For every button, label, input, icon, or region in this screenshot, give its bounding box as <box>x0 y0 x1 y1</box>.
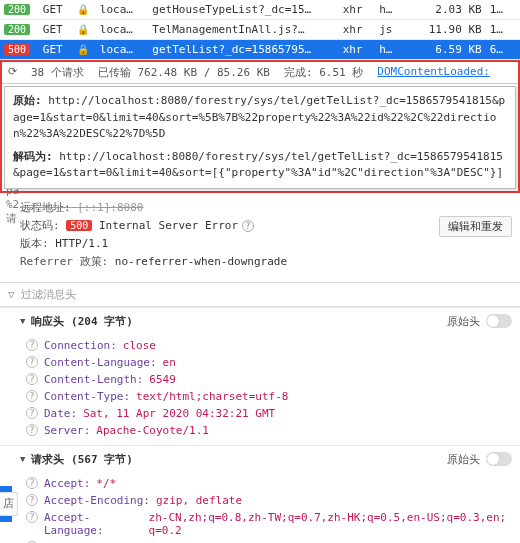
header-value: Apache-Coyote/1.1 <box>96 424 209 437</box>
status-badge: 200 <box>4 4 30 15</box>
help-icon[interactable]: ? <box>26 390 38 402</box>
header-value: Sat, 11 Apr 2020 04:32:21 GMT <box>83 407 275 420</box>
initiator-cell: h… <box>375 40 416 60</box>
file-cell: getTelList?_dc=15865795… <box>148 40 338 60</box>
type-cell: xhr <box>339 0 375 20</box>
header-row: ?Accept: */* <box>26 475 512 492</box>
file-cell: getHouseTypeList?_dc=15… <box>148 0 338 20</box>
response-headers-section[interactable]: ▼响应头 (204 字节) 原始头 <box>0 307 520 335</box>
summary-transferred: 已传输 762.48 KB / 85.26 KB <box>98 65 270 80</box>
header-key: Content-Length: <box>44 373 143 386</box>
header-row: ?Connection: close <box>26 337 512 354</box>
filter-headers[interactable]: ▽ 过滤消息头 <box>0 282 520 307</box>
lock-icon: 🔒 <box>77 24 89 35</box>
header-value: text/html;charset=utf-8 <box>136 390 288 403</box>
help-icon[interactable]: ? <box>26 477 38 489</box>
status-text: Internal Server Error <box>99 219 238 232</box>
network-table: 200GET🔒loca…getHouseTypeList?_dc=15…xhrh… <box>0 0 520 60</box>
response-headers-list: ?Connection: close?Content-Language: en?… <box>0 335 520 445</box>
version-label: 版本: <box>20 237 49 250</box>
header-value: en <box>163 356 176 369</box>
tooltip-raw-url: http://localhost:8080/forestry/sys/tel/g… <box>13 94 505 140</box>
header-row: ?Accept-Language: zh-CN,zh;q=0.8,zh-TW;q… <box>26 509 512 539</box>
time-cell: 6… <box>486 40 520 60</box>
size-cell: 11.90 KB <box>416 20 486 40</box>
table-row[interactable]: 500GET🔒loca…getTelList?_dc=15865795…xhrh… <box>0 40 520 60</box>
header-row: ?Server: Apache-Coyote/1.1 <box>26 422 512 439</box>
method-cell: GET <box>39 20 73 40</box>
header-row: ?Content-Type: text/html;charset=utf-8 <box>26 388 512 405</box>
header-key: Accept: <box>44 477 90 490</box>
header-row: ?Date: Sat, 11 Apr 2020 04:32:21 GMT <box>26 405 512 422</box>
tooltip-raw-label: 原始: <box>13 94 42 107</box>
type-cell: xhr <box>339 20 375 40</box>
help-icon[interactable]: ? <box>26 373 38 385</box>
help-icon[interactable]: ? <box>26 339 38 351</box>
table-row[interactable]: 200GET🔒loca…TelManagementInAll.js?…xhrjs… <box>0 20 520 40</box>
summary-finish: 完成: 6.51 秒 <box>284 65 363 80</box>
edit-resend-button[interactable]: 编辑和重发 <box>439 216 512 237</box>
header-key: Accept-Encoding: <box>44 494 150 507</box>
raw-toggle-label: 原始头 <box>447 452 480 467</box>
header-value: zh-CN,zh;q=0.8,zh-TW;q=0.7,zh-HK;q=0.5,e… <box>149 511 512 537</box>
help-icon[interactable]: ? <box>26 494 38 506</box>
lock-icon: 🔒 <box>77 4 89 15</box>
raw-toggle[interactable] <box>486 314 512 328</box>
url-tooltip: 原始: http://localhost:8080/forestry/sys/t… <box>4 86 516 189</box>
help-icon[interactable]: ? <box>242 220 254 232</box>
header-value: gzip, deflate <box>156 494 242 507</box>
summary-bar: ⟳ 38 个请求 已传输 762.48 KB / 85.26 KB 完成: 6.… <box>2 62 518 84</box>
left-tab[interactable]: 店 <box>0 492 18 516</box>
tooltip-decoded-label: 解码为: <box>13 150 53 163</box>
chevron-down-icon: ▼ <box>20 316 25 326</box>
version-value: HTTP/1.1 <box>55 237 108 250</box>
header-row: ?Connection: keep-alive <box>26 539 512 544</box>
time-cell: 1… <box>486 0 520 20</box>
header-key: Content-Language: <box>44 356 157 369</box>
file-cell: TelManagementInAll.js?… <box>148 20 338 40</box>
header-row: ?Content-Length: 6549 <box>26 371 512 388</box>
header-key: Server: <box>44 424 90 437</box>
help-icon[interactable]: ? <box>26 356 38 368</box>
time-cell: 1… <box>486 20 520 40</box>
type-cell: xhr <box>339 40 375 60</box>
chevron-down-icon: ▼ <box>20 454 25 464</box>
status-badge: 200 <box>4 24 30 35</box>
summary-domloaded[interactable]: DOMContentLoaded: <box>377 65 490 80</box>
filter-icon: ▽ <box>8 288 15 301</box>
tooltip-decoded-url: http://localhost:8080/forestry/sys/tel/g… <box>13 150 503 180</box>
request-headers-list: ?Accept: */*?Accept-Encoding: gzip, defl… <box>0 473 520 544</box>
header-value: close <box>123 339 156 352</box>
domain-cell: loca… <box>96 40 148 60</box>
domain-cell: loca… <box>96 0 148 20</box>
raw-toggle-label: 原始头 <box>447 314 480 329</box>
header-key: Accept-Language: <box>44 511 143 537</box>
size-cell: 6.59 KB <box>416 40 486 60</box>
reload-icon[interactable]: ⟳ <box>8 65 17 80</box>
header-row: ?Accept-Encoding: gzip, deflate <box>26 492 512 509</box>
table-row[interactable]: 200GET🔒loca…getHouseTypeList?_dc=15…xhrh… <box>0 0 520 20</box>
raw-toggle[interactable] <box>486 452 512 466</box>
status-code-badge: 500 <box>66 220 92 231</box>
request-details: 远程地址: [::1]:8080 状态码: 500 Internal Serve… <box>0 193 520 282</box>
header-key: Content-Type: <box>44 390 130 403</box>
status-badge: 500 <box>4 44 30 55</box>
filter-placeholder: 过滤消息头 <box>21 287 76 302</box>
help-icon[interactable]: ? <box>26 511 38 523</box>
referrer-label: Referrer 政策: <box>20 255 108 268</box>
initiator-cell: js <box>375 20 416 40</box>
method-cell: GET <box>39 40 73 60</box>
domain-cell: loca… <box>96 20 148 40</box>
size-cell: 2.03 KB <box>416 0 486 20</box>
help-icon[interactable]: ? <box>26 407 38 419</box>
status-label: 状态码: <box>20 219 60 232</box>
header-key: Connection: <box>44 339 117 352</box>
method-cell: GET <box>39 0 73 20</box>
highlight-box: ⟳ 38 个请求 已传输 762.48 KB / 85.26 KB 完成: 6.… <box>0 60 520 193</box>
header-key: Date: <box>44 407 77 420</box>
referrer-value: no-referrer-when-downgrade <box>115 255 287 268</box>
request-headers-section[interactable]: ▼请求头 (567 字节) 原始头 <box>0 445 520 473</box>
help-icon[interactable]: ? <box>26 424 38 436</box>
lock-icon: 🔒 <box>77 44 89 55</box>
header-value: 6549 <box>149 373 176 386</box>
